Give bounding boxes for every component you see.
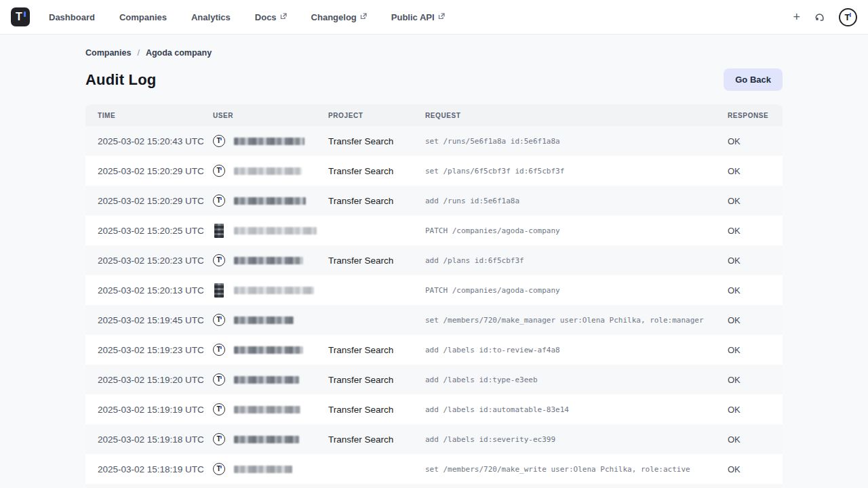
title-row: Audit Log Go Back <box>85 68 783 91</box>
user-avatar-photo <box>214 283 224 298</box>
table-row: 2025-03-02 15:20:43 UTC T Transfer Searc… <box>85 126 783 156</box>
time-cell: 2025-03-02 15:19:19 UTC <box>98 405 213 415</box>
request-cell: PATCH /companies/agoda-company <box>425 226 728 235</box>
logo-accent <box>24 12 26 17</box>
time-cell: 2025-03-02 15:20:29 UTC <box>98 166 213 176</box>
logo-accent <box>220 197 222 200</box>
response-cell: OK <box>728 464 782 474</box>
brand-logo-icon[interactable]: T <box>11 7 30 26</box>
user-cell: T <box>213 344 328 356</box>
nav-right: + T <box>793 8 857 26</box>
user-name-redacted <box>234 138 304 145</box>
response-cell: OK <box>728 405 782 415</box>
logo-accent <box>220 257 222 260</box>
table-header: Time User Project Request Response <box>85 104 783 126</box>
table-row: 2025-03-02 15:19:23 UTC T Transfer Searc… <box>85 335 783 365</box>
user-avatar-logo-icon: T <box>213 344 225 356</box>
logo-accent <box>220 376 222 379</box>
logo-accent <box>220 138 222 140</box>
col-request: Request <box>425 112 728 119</box>
nav-item-companies[interactable]: Companies <box>119 12 167 22</box>
logo-accent <box>220 317 222 319</box>
nav-item-label: Public API <box>391 12 435 22</box>
time-cell: 2025-03-02 15:18:19 UTC <box>98 464 213 474</box>
response-cell: OK <box>728 226 782 236</box>
nav-item-label: Docs <box>255 12 277 22</box>
request-cell: add /labels id:automatable-83e14 <box>425 405 728 414</box>
user-cell: T <box>213 195 328 207</box>
nav-item-label: Dashboard <box>49 12 95 22</box>
response-cell: OK <box>728 256 782 266</box>
project-cell: Transfer Search <box>328 256 425 266</box>
project-cell: Transfer Search <box>328 405 425 415</box>
user-cell: T <box>213 463 328 475</box>
time-cell: 2025-03-02 15:20:43 UTC <box>98 136 213 146</box>
user-avatar-photo <box>214 224 224 238</box>
response-cell: OK <box>728 375 782 385</box>
nav-item-dashboard[interactable]: Dashboard <box>49 12 95 22</box>
user-name-redacted <box>234 406 300 413</box>
user-name-redacted <box>234 436 299 443</box>
external-link-icon <box>438 13 445 20</box>
time-cell: 2025-03-02 15:20:23 UTC <box>98 256 213 266</box>
nav-item-label: Analytics <box>191 12 231 22</box>
user-cell: T <box>213 314 328 326</box>
response-cell: OK <box>728 315 782 325</box>
table-row: 2025-03-02 15:20:29 UTC T Transfer Searc… <box>85 156 783 186</box>
user-cell <box>213 224 328 238</box>
page-content: Companies / Agoda company Audit Log Go B… <box>85 48 783 488</box>
time-cell: 2025-03-02 15:19:23 UTC <box>98 345 213 355</box>
breadcrumb: Companies / Agoda company <box>85 48 783 58</box>
time-cell: 2025-03-02 15:19:18 UTC <box>98 434 213 445</box>
col-user: User <box>213 112 328 119</box>
project-cell: Transfer Search <box>328 136 425 146</box>
user-avatar-logo-icon: T <box>213 433 225 445</box>
breadcrumb-companies[interactable]: Companies <box>85 48 131 58</box>
project-cell: Transfer Search <box>328 434 425 445</box>
external-link-icon <box>360 13 367 20</box>
response-cell: OK <box>728 345 782 355</box>
user-avatar-logo-icon: T <box>213 314 225 326</box>
table-row: 2025-03-02 15:19:45 UTC T set /members/7… <box>85 305 783 335</box>
nav-item-changelog[interactable]: Changelog <box>311 12 367 22</box>
breadcrumb-separator: / <box>137 48 139 58</box>
request-cell: add /plans id:6f5cbf3f <box>425 256 728 265</box>
table-row: 2025-03-02 15:19:19 UTC T Transfer Searc… <box>85 394 783 424</box>
logo-accent <box>220 436 222 439</box>
user-name-redacted <box>234 227 317 235</box>
project-cell: Transfer Search <box>328 196 425 206</box>
nav-item-docs[interactable]: Docs <box>255 12 287 22</box>
nav-item-analytics[interactable]: Analytics <box>191 12 231 22</box>
user-cell: T <box>213 433 328 445</box>
time-cell: 2025-03-02 15:19:45 UTC <box>98 315 213 325</box>
request-cell: add /labels id:severity-ec399 <box>425 435 728 444</box>
table-row: 2025-03-02 15:20:25 UTC PATCH /companies… <box>85 216 783 245</box>
project-cell: Transfer Search <box>328 345 425 355</box>
request-cell: PATCH /companies/agoda-company <box>425 286 728 295</box>
audit-log-table: Time User Project Request Response 2025-… <box>85 104 783 488</box>
response-cell: OK <box>728 434 782 445</box>
col-project: Project <box>328 112 425 119</box>
user-name-redacted <box>234 376 299 384</box>
add-icon[interactable]: + <box>793 11 800 23</box>
nav-item-public-api[interactable]: Public API <box>391 12 445 22</box>
logo-accent <box>220 167 222 170</box>
table-row: 2025-03-02 15:20:23 UTC T Transfer Searc… <box>85 245 783 275</box>
user-name-redacted <box>234 257 303 264</box>
user-avatar[interactable]: T <box>839 8 857 26</box>
response-cell: OK <box>728 136 782 146</box>
table-body: 2025-03-02 15:20:43 UTC T Transfer Searc… <box>85 126 783 488</box>
user-avatar-logo-icon: T <box>213 463 225 475</box>
logo-accent <box>220 406 222 409</box>
user-avatar-logo-icon: T <box>213 403 225 415</box>
project-cell: Transfer Search <box>328 375 425 385</box>
breadcrumb-agoda-company[interactable]: Agoda company <box>146 48 212 58</box>
brand-logo-letter: T <box>16 12 22 22</box>
logo-accent <box>220 466 222 468</box>
go-back-button[interactable]: Go Back <box>724 68 783 91</box>
table-row: 2025-03-02 15:19:18 UTC T Transfer Searc… <box>85 424 783 454</box>
headset-icon[interactable] <box>814 12 825 23</box>
nav-item-label: Companies <box>119 12 167 22</box>
table-row: 2025-03-02 15:19:20 UTC T Transfer Searc… <box>85 365 783 394</box>
col-response: Response <box>728 112 782 119</box>
